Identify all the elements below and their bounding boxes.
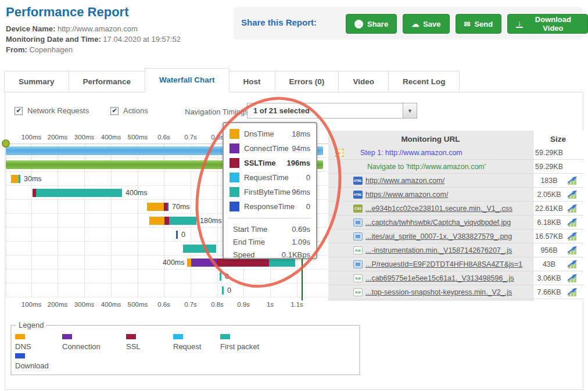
tooltip-summary-label: Start Time	[233, 225, 267, 234]
tab-video[interactable]: Video	[338, 71, 389, 92]
size-value: 2.05KB	[533, 188, 565, 202]
url-row: ...P/requestId=E9F2DTDT4HFH8A8SA4ZT&js=1…	[328, 257, 583, 271]
tooltip-timing-value: 94ms	[292, 144, 310, 153]
download-legend-swatch	[15, 353, 25, 358]
response-time-graph-icon[interactable]	[568, 177, 578, 186]
axis-tick-label: 300ms	[74, 301, 95, 308]
first_packet-segment[interactable]	[183, 245, 216, 253]
tab-waterfall-chart[interactable]: Waterfall Chart	[145, 68, 230, 92]
response-time-graph-icon[interactable]	[568, 191, 578, 200]
legend-item-label: DNS	[15, 342, 62, 351]
axis-tick-label: 0.7s	[184, 134, 197, 141]
dns-segment[interactable]	[187, 259, 191, 267]
download-video-button[interactable]: ↓Download Video	[507, 14, 588, 34]
dns-segment[interactable]	[149, 217, 164, 225]
download-segment[interactable]	[167, 203, 168, 211]
send-button[interactable]: ✉Send	[456, 14, 502, 34]
legend-item-request: Request	[173, 332, 220, 351]
js-file-icon: «»	[353, 246, 363, 254]
first_packet-segment[interactable]	[222, 286, 224, 295]
first_packet-segment[interactable]	[19, 175, 20, 183]
navigation-timings-dropdown[interactable]: 1 of 21 selected ▼	[247, 103, 417, 119]
tooltip-timing-value: 0	[306, 173, 310, 182]
first_packet-legend-swatch	[220, 334, 230, 339]
response-time-graph-icon[interactable]	[568, 288, 578, 298]
connection-legend-swatch	[62, 334, 72, 339]
url-row: «»...cab69575e1e5ee15c61a1._V313498596_.…	[328, 271, 583, 285]
image-glyph	[356, 235, 360, 238]
size-header: Size	[533, 135, 583, 144]
network-requests-checkbox[interactable]: ✔	[15, 107, 23, 115]
save-button[interactable]: ☁Save	[403, 14, 449, 34]
step-link[interactable]: Step 1: http://www.amazon.com	[360, 146, 462, 160]
request-url-link[interactable]: https://www.amazon.com/	[365, 188, 448, 202]
tab-errors-0[interactable]: Errors (0)	[275, 71, 339, 92]
size-value: 16.57KB	[533, 229, 565, 243]
axis-tick-label: 1s	[267, 301, 274, 308]
request-url-link[interactable]: http://www.amazon.com/	[365, 174, 444, 188]
request-url-link[interactable]: ...P/requestId=E9F2DTDT4HFH8A8SA4ZT&js=1	[365, 257, 522, 271]
request-legend-swatch	[173, 334, 183, 339]
response-time-graph-icon[interactable]	[568, 218, 578, 228]
url-row: CSS...e934b1cc02ce238101.secure.min._V1_…	[328, 202, 583, 216]
bar-time-label: 30ms	[24, 172, 42, 186]
tab-summary[interactable]: Summary	[4, 71, 69, 92]
actions-checkbox[interactable]: ✔	[110, 107, 119, 115]
response-time-graph-icon[interactable]	[568, 205, 578, 214]
download-segment[interactable]	[176, 231, 178, 239]
first_packet-segment[interactable]	[220, 272, 221, 281]
img-file-icon	[353, 218, 363, 227]
tooltip-timing-row: ResponseTime0	[224, 199, 316, 214]
first_packet-segment[interactable]	[36, 189, 122, 197]
share-button[interactable]: →Share	[346, 14, 397, 34]
tooltip-timing-row: RequestTime0	[224, 170, 316, 185]
tab-recent-log[interactable]: Recent Log	[388, 71, 460, 92]
tooltip-timing-row: FirstByteTime96ms	[224, 185, 316, 199]
chevron-down-icon[interactable]: ▼	[403, 103, 417, 118]
from-value: Copenhagen	[29, 45, 72, 54]
request-url-link[interactable]: ...e934b1cc02ce238101.secure.min._V1_.cs…	[365, 202, 512, 216]
dns-segment[interactable]	[147, 203, 164, 211]
tooltip-timing-label: RequestTime	[244, 173, 289, 182]
axis-tick-label: 0.8s	[211, 301, 224, 308]
actions-label: Actions	[123, 106, 148, 115]
css-file-icon: CSS	[353, 205, 363, 213]
ssl-segment[interactable]	[164, 217, 169, 225]
first_packet-segment[interactable]	[169, 217, 196, 225]
legend-title: Legend	[16, 321, 46, 329]
monitoring-date-label: Monitoring Date and Time:	[6, 35, 101, 44]
time-axis-bottom: 100ms200ms300ms400ms500ms0.6s0.7s0.8s0.9…	[0, 300, 328, 310]
response-time-graph-icon[interactable]	[568, 274, 578, 284]
network-requests-label: Network Requests	[27, 106, 89, 115]
request-url-link[interactable]: ...-instrumentation.min._V1587142676207_…	[365, 243, 512, 257]
send-button-label: Send	[474, 20, 493, 28]
response-time-graph-icon[interactable]	[568, 260, 578, 270]
tab-performance[interactable]: Performance	[69, 71, 146, 92]
dns-swatch	[230, 129, 239, 139]
url-row: −Step 1: http://www.amazon.com59.29KB	[328, 146, 583, 160]
connection-segment[interactable]	[191, 259, 217, 267]
size-value: 43B	[533, 257, 565, 271]
timeline-handle[interactable]	[2, 139, 10, 148]
request-url-link[interactable]: ...ites/aui_sprite_0007-1x._V383827579_.…	[365, 229, 512, 243]
response-time-graph-icon[interactable]	[568, 232, 578, 242]
collapse-step-icon[interactable]: −	[335, 149, 343, 157]
dns-segment[interactable]	[11, 175, 19, 183]
request-url-link[interactable]: ...captcha/twhhswbk/Captcha_viqvdbpdef.j…	[365, 216, 511, 229]
legend-item-label: Connection	[62, 342, 126, 351]
response-time-graph-icon[interactable]	[568, 246, 578, 256]
chart-row: 0	[6, 270, 329, 284]
legend-item-label: First packet	[220, 342, 284, 351]
request-url-link[interactable]: ...cab69575e1e5ee15c61a1._V313498596_.js	[365, 271, 514, 285]
tooltip-timing-label: DnsTime	[244, 130, 274, 138]
legend-row: DNSConnectionSSLRequestFirst packet	[15, 332, 359, 351]
axis-tick-label: 500ms	[128, 301, 148, 308]
tab-host[interactable]: Host	[229, 71, 275, 92]
share-icon: →	[354, 20, 363, 28]
tooltip-timing-label: SSLTime	[244, 159, 275, 167]
performance-report-page: Performance Report Device Name: http://w…	[0, 0, 588, 391]
request-url-link[interactable]: ...top-session-snapshot-keypress.min._V2…	[365, 285, 512, 299]
axis-tick-label: 0.9s	[237, 301, 250, 308]
ssl-swatch	[230, 158, 239, 168]
device-name-label: Device Name:	[6, 24, 55, 33]
